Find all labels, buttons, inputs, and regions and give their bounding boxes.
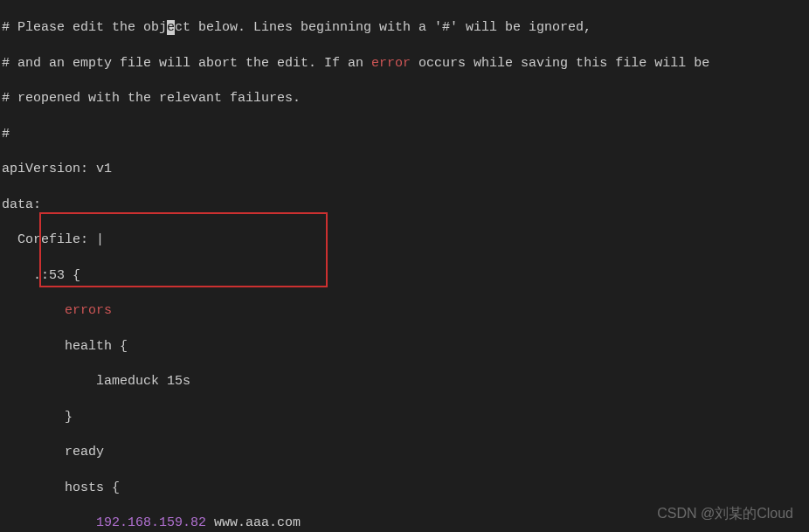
yaml-data: data: — [2, 197, 809, 214]
corefile-health-open: health { — [2, 338, 809, 356]
corefile-block-start: .:53 { — [2, 267, 809, 285]
text-editor[interactable]: # Please edit the object below. Lines be… — [0, 0, 809, 532]
yaml-corefile: Corefile: | — [2, 231, 809, 249]
yaml-apiversion: apiVersion: v1 — [2, 161, 809, 178]
corefile-hosts-open: hosts { — [2, 480, 809, 497]
corefile-host-entry: 192.168.159.82 www.aaa.com — [2, 515, 809, 532]
comment-line-4: # — [2, 126, 809, 143]
corefile-errors: errors — [2, 302, 809, 320]
cursor: e — [167, 20, 175, 35]
corefile-lameduck: lameduck 15s — [2, 373, 809, 390]
comment-line-3: # reopened with the relevant failures. — [2, 90, 809, 107]
corefile-ready: ready — [2, 444, 809, 461]
comment-line-2: # and an empty file will abort the edit.… — [2, 55, 809, 73]
comment-line-1: # Please edit the object below. Lines be… — [2, 19, 809, 37]
corefile-health-close: } — [2, 409, 809, 426]
